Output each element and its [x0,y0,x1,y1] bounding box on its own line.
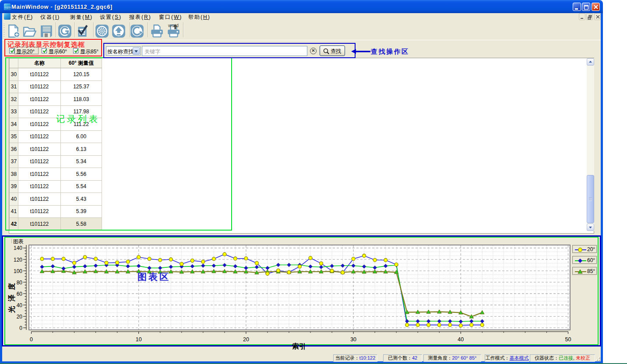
svg-text:10: 10 [136,336,142,343]
svg-text:80: 80 [17,280,23,286]
svg-text:0: 0 [19,325,22,331]
svg-text:40: 40 [17,302,23,308]
svg-text:索引: 索引 [292,343,306,350]
svg-text:140: 140 [14,245,22,251]
svg-text:100: 100 [14,268,22,274]
svg-text:120: 120 [14,257,22,263]
svg-text:60: 60 [17,291,23,297]
svg-text:光泽度: 光泽度 [7,279,15,313]
svg-text:0: 0 [30,336,33,343]
svg-text:30: 30 [350,336,356,343]
svg-text:40: 40 [458,336,464,343]
svg-text:20: 20 [243,336,249,343]
svg-text:50: 50 [565,336,571,343]
svg-text:20: 20 [17,314,23,320]
